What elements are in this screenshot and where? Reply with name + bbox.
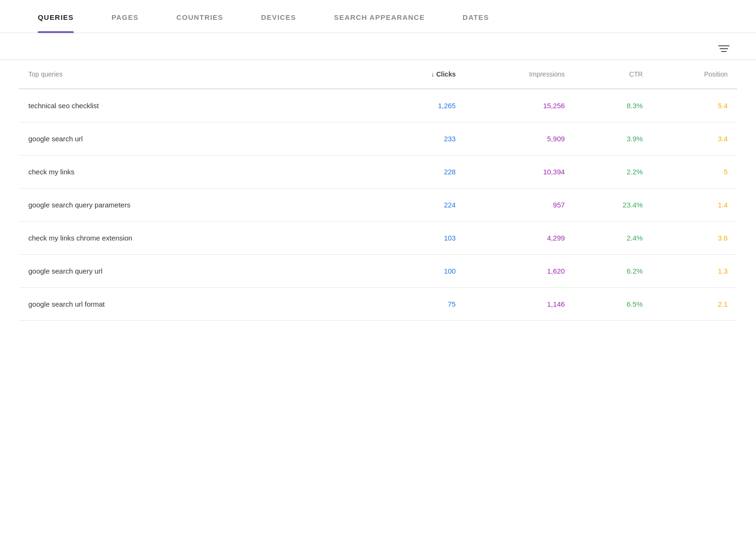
cell-query: google search url format [19, 288, 378, 321]
cell-position: 1.3 [652, 255, 737, 288]
cell-position: 1.4 [652, 189, 737, 222]
cell-query: check my links chrome extension [19, 222, 378, 255]
tab-devices[interactable]: DEVICES [242, 0, 315, 33]
table-header: Top queries↓ ClicksImpressionsCTRPositio… [19, 60, 737, 89]
cell-position: 3.4 [652, 122, 737, 155]
cell-ctr: 8.3% [574, 89, 652, 122]
col-header-label-query: Top queries [28, 70, 62, 78]
tab-queries[interactable]: QUERIES [19, 0, 93, 33]
cell-query: google search query parameters [19, 189, 378, 222]
cell-position: 2.1 [652, 288, 737, 321]
table-row: check my links22810,3942.2%5 [19, 155, 737, 189]
table-row: check my links chrome extension1034,2992… [19, 222, 737, 255]
cell-query: google search query url [19, 255, 378, 288]
queries-table: Top queries↓ ClicksImpressionsCTRPositio… [19, 60, 737, 321]
tab-dates[interactable]: DATES [444, 0, 508, 33]
table-row: technical seo checklist1,26515,2568.3%5.… [19, 89, 737, 122]
cell-impressions: 5,909 [465, 122, 574, 155]
col-header-position[interactable]: Position [652, 60, 737, 89]
cell-impressions: 15,256 [465, 89, 574, 122]
table-row: google search query parameters22495723.4… [19, 189, 737, 222]
cell-position: 5.4 [652, 89, 737, 122]
cell-query: technical seo checklist [19, 89, 378, 122]
cell-position: 3.6 [652, 222, 737, 255]
tab-search-appearance[interactable]: SEARCH APPEARANCE [315, 0, 444, 33]
cell-ctr: 2.2% [574, 155, 652, 189]
sort-arrow-icon: ↓ [431, 70, 434, 78]
filter-icon [721, 51, 727, 52]
filter-area [0, 33, 756, 60]
filter-icon [720, 48, 728, 49]
cell-clicks: 233 [378, 122, 465, 155]
tab-pages[interactable]: PAGES [93, 0, 157, 33]
col-header-label-clicks: Clicks [436, 70, 455, 78]
cell-clicks: 1,265 [378, 89, 465, 122]
col-header-label-impressions: Impressions [529, 70, 565, 78]
cell-ctr: 6.2% [574, 255, 652, 288]
col-header-clicks[interactable]: ↓ Clicks [378, 60, 465, 89]
col-header-label-ctr: CTR [629, 70, 643, 78]
col-header-ctr[interactable]: CTR [574, 60, 652, 89]
cell-impressions: 10,394 [465, 155, 574, 189]
cell-query: google search url [19, 122, 378, 155]
table-wrapper: Top queries↓ ClicksImpressionsCTRPositio… [0, 60, 756, 321]
cell-ctr: 3.9% [574, 122, 652, 155]
tabs-container: QUERIESPAGESCOUNTRIESDEVICESSEARCH APPEA… [0, 0, 756, 33]
header-row: Top queries↓ ClicksImpressionsCTRPositio… [19, 60, 737, 89]
col-header-label-position: Position [704, 70, 728, 78]
table-row: google search url2335,9093.9%3.4 [19, 122, 737, 155]
cell-ctr: 23.4% [574, 189, 652, 222]
cell-impressions: 957 [465, 189, 574, 222]
table-row: google search url format751,1466.5%2.1 [19, 288, 737, 321]
cell-impressions: 1,620 [465, 255, 574, 288]
col-header-impressions[interactable]: Impressions [465, 60, 574, 89]
cell-ctr: 6.5% [574, 288, 652, 321]
cell-clicks: 228 [378, 155, 465, 189]
cell-impressions: 4,299 [465, 222, 574, 255]
col-header-query[interactable]: Top queries [19, 60, 378, 89]
filter-icon [718, 45, 730, 46]
cell-impressions: 1,146 [465, 288, 574, 321]
cell-clicks: 100 [378, 255, 465, 288]
cell-position: 5 [652, 155, 737, 189]
cell-clicks: 224 [378, 189, 465, 222]
cell-clicks: 103 [378, 222, 465, 255]
table-body: technical seo checklist1,26515,2568.3%5.… [19, 89, 737, 321]
cell-query: check my links [19, 155, 378, 189]
filter-button[interactable] [715, 43, 732, 55]
cell-clicks: 75 [378, 288, 465, 321]
cell-ctr: 2.4% [574, 222, 652, 255]
tab-countries[interactable]: COUNTRIES [157, 0, 242, 33]
table-row: google search query url1001,6206.2%1.3 [19, 255, 737, 288]
